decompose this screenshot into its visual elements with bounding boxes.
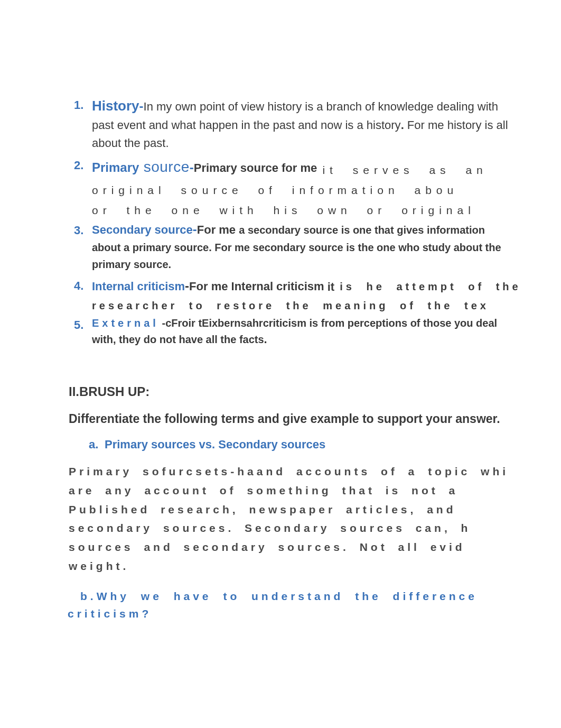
primary-lead: Primary source for me xyxy=(194,161,317,174)
item-body: External -cFroir tEixbernsahrcriticism i… xyxy=(92,315,508,348)
primary-spaced-1: it serves as an xyxy=(322,164,487,176)
secondary-lead: For me xyxy=(197,223,239,236)
dash: - xyxy=(185,279,189,293)
para-line: Primary sofurcsets-haand accounts of a t… xyxy=(69,462,508,481)
internal-spaced-1: is he attempt of the xyxy=(340,281,521,292)
sub-letter: a. xyxy=(89,438,105,451)
para-line: secondary sources. Secondary sources can… xyxy=(69,519,508,538)
term-source: source xyxy=(139,159,189,175)
term-secondary: Secondary source xyxy=(92,223,193,236)
item-number: 2. xyxy=(74,155,92,219)
item-number: 5. xyxy=(74,315,92,348)
external-mid: -cFroir tEixbernsahr xyxy=(159,317,263,329)
para-line: sources and secondary sources. Not all e… xyxy=(69,538,508,557)
dash: - xyxy=(139,99,144,113)
sub-b-text: Why we have to understand the difference xyxy=(97,590,478,602)
list-item-external: 5. External -cFroir tEixbernsahrcriticis… xyxy=(74,315,508,348)
list-item-primary: 2. Primary source-Primary source for me … xyxy=(74,155,508,219)
para-line: are any account of something that is not… xyxy=(69,481,508,500)
dash: - xyxy=(193,222,197,236)
term-primary: Primary xyxy=(92,160,139,174)
section-instruction: Differentiate the following terms and gi… xyxy=(69,409,508,429)
item-body: History-In my own point of view history … xyxy=(92,95,508,152)
item-body: Internal criticism-For me Internal criti… xyxy=(92,276,521,314)
internal-it: it xyxy=(328,280,334,293)
item-body: Primary source-Primary source for me it … xyxy=(92,155,508,219)
internal-lead1: For me xyxy=(189,280,231,293)
para-line: weight. xyxy=(69,557,508,576)
sub-letter: b. xyxy=(80,590,97,602)
dash: - xyxy=(190,160,194,174)
internal-lead2: Internal criticism xyxy=(231,280,328,293)
para-line: Published research, newspaper articles, … xyxy=(69,500,508,519)
sub-a-title: Primary sources vs. Secondary sources xyxy=(105,438,325,451)
internal-spaced-2: researcher to restore the meaning of the… xyxy=(92,298,521,314)
period: . xyxy=(264,333,267,346)
sub-question-b: b.Why we have to understand the differen… xyxy=(80,587,508,623)
section-heading-brush-up: II.BRUSH UP: xyxy=(69,384,508,399)
term-internal: Internal criticism xyxy=(92,280,185,293)
document-page: 1. History-In my own point of view histo… xyxy=(0,0,561,655)
term-external: External xyxy=(92,317,159,329)
sub-question-a: a. Primary sources vs. Secondary sources xyxy=(89,438,508,451)
answer-paragraph: Primary sofurcsets-haand accounts of a t… xyxy=(69,462,508,575)
sub-b-text-2: criticism? xyxy=(68,605,508,623)
list-item-internal: 4. Internal criticism-For me Internal cr… xyxy=(74,276,508,314)
item-number: 4. xyxy=(74,276,92,314)
term-history: History xyxy=(92,98,139,114)
item-body: Secondary source-For me a secondary sour… xyxy=(92,220,508,273)
list-item-secondary: 3. Secondary source-For me a secondary s… xyxy=(74,220,508,273)
item-number: 3. xyxy=(74,220,92,273)
item-number: 1. xyxy=(74,95,92,152)
primary-spaced-3: or the one with his own or original xyxy=(92,202,508,219)
list-item-history: 1. History-In my own point of view histo… xyxy=(74,95,508,152)
primary-spaced-2: original source of information abou xyxy=(92,182,508,199)
